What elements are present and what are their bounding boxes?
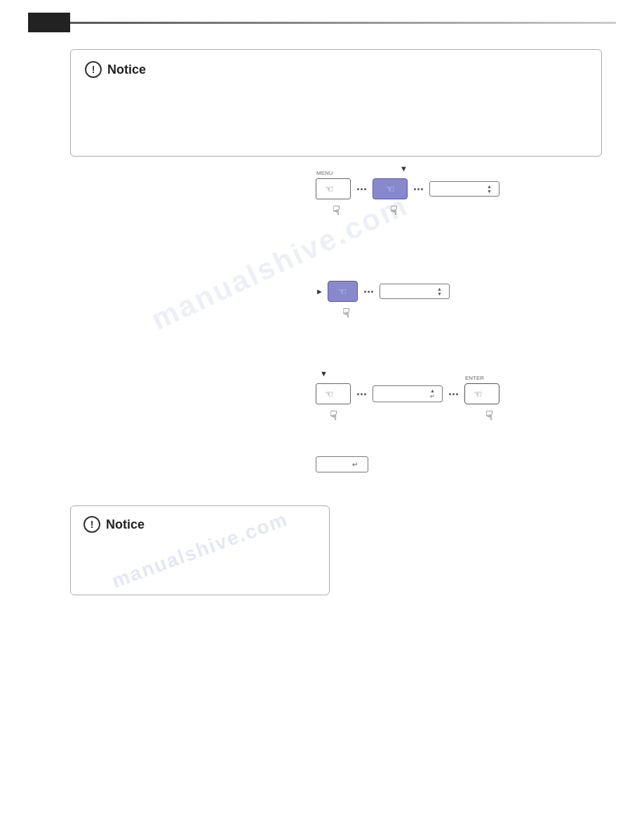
diagram-step2: ► ☜ ▲ ▼ ☟ <box>316 281 450 321</box>
dots-2 <box>414 188 423 190</box>
blue-button-icon: ☜ <box>338 286 347 297</box>
diagram-confirm: ↵ <box>316 456 368 472</box>
step1-section <box>42 176 147 202</box>
display-rect-1: ▲ ▼ <box>429 181 499 197</box>
hand-2: ☟ <box>328 303 363 321</box>
header-line <box>70 22 616 24</box>
display-rect-2: ▲ ▼ <box>380 284 450 299</box>
enter-icon: ☜ <box>474 388 483 399</box>
notice-line-2 <box>88 98 587 112</box>
step3-section <box>42 393 44 420</box>
notice-header-top: ! Notice <box>85 61 587 78</box>
notice-bottom-line-2 <box>86 553 316 567</box>
menu-icon: ☜ <box>325 183 334 194</box>
notice-line-1 <box>88 85 587 98</box>
notice-icon-bottom: ! <box>83 516 100 533</box>
blue-button-diag: ☜ <box>328 281 358 302</box>
diagram-step1: ▼ MENU ☜ ☜ ▲ <box>316 174 499 218</box>
dots-5 <box>449 393 458 395</box>
notice-text-bottom <box>83 540 316 581</box>
notice-icon-top: ! <box>85 61 102 78</box>
display-rect-3: ▲ ↵ <box>373 385 443 402</box>
step2-text <box>42 288 44 315</box>
notice-line-3 <box>88 112 587 125</box>
notice-bottom-line-3 <box>86 567 316 580</box>
arrow-down-1: ▼ <box>400 164 408 173</box>
step3-button-diag: ☜ <box>316 383 351 404</box>
nav-arrows-2: ▲ ▼ <box>437 286 442 296</box>
notice-header-bottom: ! Notice <box>83 516 316 533</box>
enter-button-diag: ENTER ☜ <box>464 383 499 404</box>
hand-3b: ☟ <box>464 406 499 423</box>
header-bar <box>28 13 616 32</box>
dots-1 <box>357 188 366 190</box>
second-button-icon: ☜ <box>386 183 395 194</box>
nav-arrows-3: ▲ ↵ <box>430 388 435 399</box>
notice-box-top: ! Notice <box>70 49 602 157</box>
notice-text-top <box>85 85 587 139</box>
arrow-down-3: ▼ <box>320 369 328 378</box>
step3-text <box>42 393 44 420</box>
dots-3 <box>364 291 373 293</box>
notice-title-bottom: Notice <box>106 517 145 532</box>
diagram-step3: ▼ ☜ ▲ ↵ EN <box>316 379 499 423</box>
second-button-diag: ☜ <box>373 178 408 199</box>
menu-label: MENU <box>316 170 333 176</box>
hand-1a: ☟ <box>318 201 354 218</box>
confirm-display: ↵ <box>316 456 368 472</box>
dots-4 <box>357 393 366 395</box>
step3-btn-icon: ☜ <box>325 388 334 399</box>
step2-section <box>42 288 44 315</box>
header-accent <box>28 13 70 32</box>
nav-arrows-1: ▲ ▼ <box>487 184 492 194</box>
menu-button-diag: MENU ☜ <box>316 178 351 199</box>
notice-bottom-line-1 <box>86 540 316 553</box>
notice-box-bottom: ! Notice manualshive.com <box>70 505 330 595</box>
step1-text <box>42 176 147 202</box>
hand-1b: ☟ <box>376 201 411 218</box>
arrow-right-2: ► <box>316 287 323 296</box>
enter-label: ENTER <box>465 375 484 381</box>
hand-3a: ☟ <box>316 406 351 423</box>
notice-title-top: Notice <box>107 62 146 77</box>
notice-line-4 <box>88 126 587 139</box>
